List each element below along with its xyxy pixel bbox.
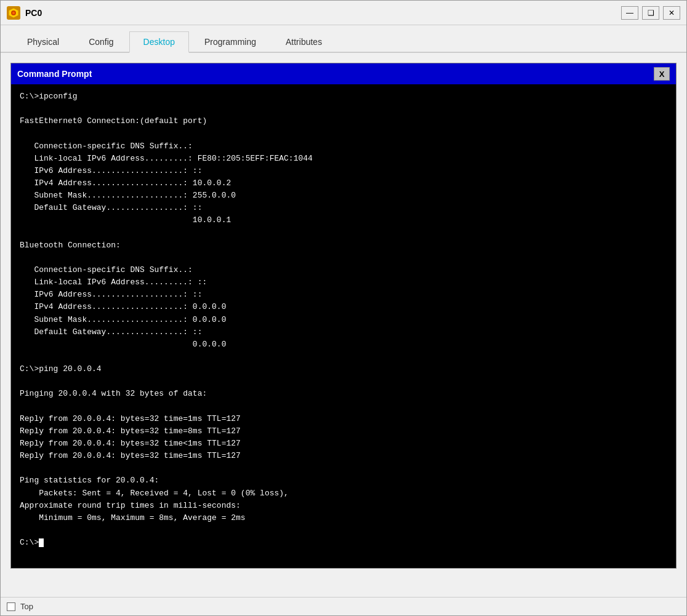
main-content: Command Prompt X C:\>ipconfig FastEthern… <box>1 53 686 597</box>
tab-attributes[interactable]: Attributes <box>271 31 336 53</box>
cmd-window: Command Prompt X C:\>ipconfig FastEthern… <box>10 63 677 569</box>
app-icon <box>7 6 20 20</box>
cmd-title-bar: Command Prompt X <box>11 63 676 84</box>
tab-config[interactable]: Config <box>74 31 127 53</box>
tab-bar: Physical Config Desktop Programming Attr… <box>1 25 686 53</box>
close-button[interactable]: ✕ <box>663 6 680 20</box>
window-title: PC0 <box>25 8 42 18</box>
title-bar-left: PC0 <box>7 6 42 20</box>
tab-programming[interactable]: Programming <box>190 31 270 53</box>
cursor <box>39 538 44 547</box>
bottom-label: Top <box>20 602 33 611</box>
tab-physical[interactable]: Physical <box>13 31 73 53</box>
title-bar: PC0 — ❑ ✕ <box>1 1 686 25</box>
tab-desktop[interactable]: Desktop <box>129 31 189 53</box>
cmd-title-text: Command Prompt <box>17 69 92 79</box>
minimize-button[interactable]: — <box>621 6 638 20</box>
main-window: PC0 — ❑ ✕ Physical Config Desktop Progra… <box>0 0 687 616</box>
title-bar-controls: — ❑ ✕ <box>621 6 680 20</box>
svg-point-3 <box>12 12 15 14</box>
bottom-checkbox[interactable] <box>7 602 15 611</box>
cmd-close-button[interactable]: X <box>654 67 670 81</box>
restore-button[interactable]: ❑ <box>642 6 659 20</box>
bottom-bar: Top <box>1 597 686 615</box>
cmd-body[interactable]: C:\>ipconfig FastEthernet0 Connection:(d… <box>11 84 676 568</box>
